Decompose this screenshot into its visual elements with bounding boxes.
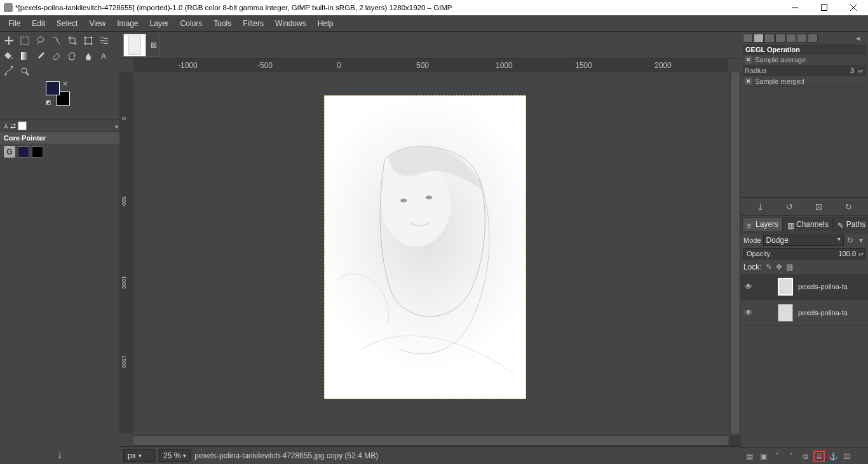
ruler-mark: 500 <box>121 196 127 206</box>
foreground-color[interactable] <box>46 81 60 95</box>
nav-corner-icon[interactable] <box>729 435 741 446</box>
sample-merged-row[interactable]: ✕ Sample merged <box>743 76 866 87</box>
menu-help[interactable]: Help <box>312 17 339 31</box>
menu-edit[interactable]: Edit <box>26 17 51 31</box>
layer-name[interactable]: pexels-polina-ta <box>798 283 848 290</box>
dock-tab-5[interactable] <box>786 34 796 43</box>
layer-item[interactable]: 👁pexels-polina-ta <box>741 300 868 326</box>
swap-colors-icon[interactable]: ⤭ <box>62 80 67 87</box>
eraser-tool[interactable] <box>50 50 63 62</box>
raise-layer-button[interactable]: ˄ <box>771 451 783 462</box>
sample-average-row[interactable]: ✕ Sample average <box>743 55 866 65</box>
warp-tool[interactable] <box>98 34 111 47</box>
crop-tool[interactable] <box>66 34 79 47</box>
tab-layers[interactable]: ≡Layers <box>742 217 783 231</box>
reset-icon[interactable]: ↻ <box>845 202 852 212</box>
dock-tab-2[interactable] <box>754 34 764 43</box>
mode-switch-icon[interactable]: ↻ <box>846 236 855 245</box>
ruler-horizontal[interactable]: -1000-5000500100015002000 <box>133 58 728 72</box>
image-tab[interactable] <box>123 34 146 57</box>
blend-mode-select[interactable]: Dodge▾ <box>763 235 844 246</box>
new-layer-button[interactable]: ▤ <box>743 451 755 462</box>
text-tool[interactable]: A <box>98 50 111 62</box>
opacity-spinner-icon[interactable]: ▴▾ <box>858 251 865 257</box>
configure-tab-icon[interactable]: ◂ <box>114 123 118 130</box>
lasso-tool[interactable] <box>34 34 47 47</box>
maximize-button[interactable] <box>810 0 839 15</box>
scrollbar-horizontal[interactable] <box>133 435 728 446</box>
canvas-region: ⊠ -1000-5000500100015002000 050010001500 <box>119 32 741 464</box>
menu-view[interactable]: View <box>83 17 111 31</box>
dock-save-icon[interactable]: ⤓ <box>0 447 119 464</box>
reset-colors-icon[interactable]: ◩ <box>46 99 51 106</box>
layer-item[interactable]: 👁pexels-polina-ta <box>741 274 868 300</box>
close-button[interactable] <box>839 0 868 15</box>
menu-select[interactable]: Select <box>51 17 83 31</box>
move-tool[interactable] <box>3 34 15 47</box>
lock-pixels-icon[interactable]: ✎ <box>766 263 772 271</box>
menu-image[interactable]: Image <box>111 17 144 31</box>
delete-icon[interactable]: ⛝ <box>815 202 823 212</box>
delete-layer-button[interactable]: ⛝ <box>841 451 853 462</box>
tab-channels[interactable]: ▥Channels <box>783 217 833 231</box>
save-preset-icon[interactable]: ⤓ <box>757 202 764 212</box>
visibility-toggle-icon[interactable]: 👁 <box>745 282 755 291</box>
path-tool[interactable] <box>3 65 15 78</box>
canvas[interactable] <box>133 72 728 433</box>
pointer-color2[interactable] <box>32 146 43 158</box>
smudge-tool[interactable] <box>82 50 95 62</box>
menu-colors[interactable]: Colors <box>175 17 208 31</box>
paintbrush-tool[interactable] <box>34 50 47 62</box>
close-prop-icon[interactable]: ✕ <box>745 56 752 64</box>
ruler-vertical[interactable]: 050010001500 <box>119 72 133 433</box>
transform-tool[interactable] <box>82 34 95 47</box>
mode-menu-icon[interactable]: ▾ <box>857 236 865 245</box>
close-prop-icon[interactable]: ✕ <box>745 78 752 85</box>
zoom-selector[interactable]: 25 %▾ <box>159 449 191 462</box>
radius-row[interactable]: Radius 3 ▴▾ <box>743 65 866 76</box>
lower-layer-button[interactable]: ˅ <box>785 451 797 462</box>
new-group-button[interactable]: ▣ <box>757 451 769 462</box>
gradient-tool[interactable] <box>18 50 31 62</box>
zoom-tool[interactable] <box>18 65 31 78</box>
menu-layer[interactable]: Layer <box>144 17 175 31</box>
visibility-toggle-icon[interactable]: 👁 <box>745 308 755 317</box>
ruler-mark: 1000 <box>121 276 127 289</box>
rect-select-tool[interactable] <box>18 34 31 47</box>
dock-tab-7[interactable] <box>808 34 818 43</box>
merge-down-button[interactable]: ⇊ <box>813 451 825 462</box>
lock-alpha-icon[interactable]: ▦ <box>786 263 793 271</box>
duplicate-layer-button[interactable]: ⧉ <box>799 451 811 462</box>
layer-name[interactable]: pexels-polina-ta <box>798 309 848 317</box>
active-image-indicator[interactable] <box>18 121 27 130</box>
radius-spinner-icon[interactable]: ▴▾ <box>858 68 864 74</box>
svg-rect-1 <box>822 5 827 11</box>
pointer-color1[interactable] <box>18 146 29 158</box>
close-tab-button[interactable]: ⊠ <box>147 34 160 57</box>
tab-paths[interactable]: ✎Paths <box>833 217 868 231</box>
opacity-row[interactable]: Opacity 100.0 ▴▾ <box>743 248 865 259</box>
clone-tool[interactable] <box>66 50 79 62</box>
bucket-fill-tool[interactable] <box>3 50 15 62</box>
unit-selector[interactable]: px▾ <box>123 449 155 462</box>
title-bar: *[pexels-polina-tankilevitch-4728655] (i… <box>0 0 868 15</box>
anchor-layer-button[interactable]: ⚓ <box>827 451 839 462</box>
configure-dock-icon[interactable]: ◂ <box>856 34 866 43</box>
dock-tab-6[interactable] <box>797 34 807 43</box>
scrollbar-vertical[interactable] <box>729 72 741 433</box>
dock-tab-1[interactable] <box>743 34 753 43</box>
lock-position-icon[interactable]: ✥ <box>776 263 782 271</box>
dock-tab-3[interactable] <box>764 34 775 43</box>
undo-icon[interactable]: ↺ <box>786 202 793 212</box>
fuzzy-select-tool[interactable] <box>50 34 63 47</box>
dynamics-icon[interactable]: ⅄ <box>4 122 8 130</box>
menu-file[interactable]: File <box>3 17 26 31</box>
dock-tab-4[interactable] <box>775 34 785 43</box>
menu-tools[interactable]: Tools <box>208 17 237 31</box>
swap-icon[interactable]: ⇄ <box>10 122 16 130</box>
color-swatches[interactable]: ⤭ ◩ <box>46 81 78 107</box>
pointer-mode-icon[interactable]: G <box>4 146 15 158</box>
menu-windows[interactable]: Windows <box>269 17 312 31</box>
menu-filters[interactable]: Filters <box>237 17 269 31</box>
minimize-button[interactable] <box>780 0 810 15</box>
